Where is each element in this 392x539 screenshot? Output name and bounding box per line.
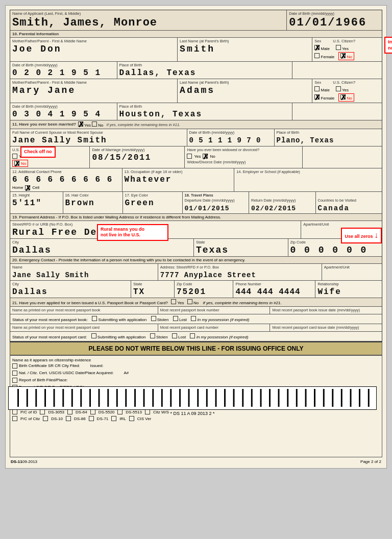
spouse-name-value: Jane Sally Smith [12, 136, 107, 145]
father-no-label: No [347, 55, 352, 59]
married-yes-checkbox[interactable] [78, 121, 83, 127]
apt-label: Apartment/Unit [303, 222, 380, 227]
widowed-yes-label: Yes [194, 154, 201, 159]
emerg-addr-label: Address: Street/RFD # or P.O. Box [160, 265, 320, 270]
emerg-phone-value: 444 444 4444 [235, 287, 300, 297]
emerg-zip-value: 75201 [177, 287, 206, 297]
sex-label-father: Sex [314, 39, 330, 43]
mother-male-checkbox[interactable] [314, 86, 320, 91]
dob-label: Date of Birth (mm/dd/yyyy) [289, 11, 380, 16]
form-date: 09-2013 [22, 459, 37, 464]
passport-if-yes: If yes, complete the remaining items in … [203, 301, 281, 305]
emerg-addr-value: 7777 Anyplace Street [160, 271, 256, 279]
card-lost-checkbox[interactable] [172, 333, 177, 338]
spouse-citizen-yes-checkbox[interactable] [12, 154, 17, 159]
report-row: Report of Birth Filed/Place: [12, 378, 380, 383]
ds86-checkbox[interactable] [66, 416, 71, 421]
book-submitting-checkbox[interactable] [92, 316, 97, 321]
report-label: Report of Birth Filed/Place: [19, 378, 68, 382]
emerg-city-label: City [12, 282, 129, 286]
q13-label: 13. Occupation (if age 16 or older) [125, 169, 232, 174]
passport-yes-checkbox[interactable] [171, 299, 176, 304]
father-first-name: Joe Don [12, 44, 62, 54]
card-submitting-checkbox[interactable] [91, 333, 96, 338]
spouse-pob-label: Place of Birth [277, 130, 380, 135]
emerg-rel-value: Wife [317, 287, 341, 297]
dom-value: 08/15/2011 [92, 153, 151, 162]
birth-cert-checkbox[interactable] [12, 363, 17, 369]
spouse-name-label: Full Name of Current Spouse or Most Rece… [12, 130, 185, 135]
form-footer: DS-11 09-2013 Page 2 of 2 [10, 459, 382, 464]
mother-no-label: No [347, 96, 352, 101]
spouse-citizen-no-checkbox[interactable] [14, 161, 19, 166]
mother-male-label: Male [321, 88, 330, 92]
father-yes-label: Yes [342, 46, 349, 51]
countries-value: Canada [318, 204, 350, 212]
q19-header: 19. Permanent Address - If P.O. Box is l… [10, 214, 382, 221]
emerg-state-label: State [133, 282, 172, 286]
mother-citizen-yes-checkbox[interactable] [336, 86, 341, 91]
father-citizen-no-checkbox[interactable] [340, 53, 346, 58]
citizen-label-father: U.S. Citizen? [333, 39, 355, 43]
father-dob-value: 0 2 0 2 1 9 5 1 [12, 68, 101, 78]
ds71-checkbox[interactable] [89, 416, 94, 421]
book-date-label: Most recent passport book issue date (mm… [272, 308, 380, 312]
emerg-state-value: TX [133, 287, 145, 297]
dom-label: Date of Marriage (mm/dd/yyyy) [92, 148, 182, 152]
work-checkbox[interactable] [25, 185, 30, 190]
married-no-checkbox[interactable] [92, 121, 97, 127]
applicant-name-label: Name of Applicant (Last, First, & Middle… [12, 11, 284, 16]
book-stolen-checkbox[interactable] [151, 316, 156, 321]
father-male-checkbox[interactable] [314, 45, 320, 50]
height-value: 5'11" [12, 199, 42, 208]
nat-cit-checkbox[interactable] [12, 371, 17, 376]
mother-female-label: Female [321, 96, 335, 101]
book-lost-checkbox[interactable] [173, 316, 178, 321]
mother-name-label: Mother/Father/Parent - First & Middle Na… [12, 80, 175, 85]
cis-ver-checkbox[interactable] [129, 416, 134, 421]
emerg-name-label: Name [12, 265, 156, 270]
annotation-zeros: Use all zeros ↓ [341, 228, 382, 243]
report-checkbox[interactable] [12, 378, 17, 383]
citizenship-label: Name as it appears on citizenship eviden… [12, 358, 380, 362]
pic-citz-checkbox[interactable] [12, 416, 17, 421]
father-pob-value: Dallas, Texas [119, 68, 197, 78]
passport-no-checkbox[interactable] [187, 299, 192, 304]
mother-female-checkbox[interactable] [314, 94, 320, 100]
card-possession-checkbox[interactable] [190, 333, 195, 338]
cell-label: Cell [32, 185, 39, 190]
widowed-no-checkbox[interactable] [203, 154, 208, 159]
spouse-pob-value: Plano, Texas [277, 136, 334, 144]
widowed-no-label: No [210, 154, 215, 159]
q17-label: 17. Eye Color [125, 193, 180, 198]
q12-phone: 6 6 6 6 6 6 6 6 6 [12, 175, 113, 184]
father-dob-label: Date of Birth (mm/dd/yyyy) [12, 63, 115, 67]
mother-yes-label: Yes [342, 88, 349, 92]
emerg-phone-label: Phone Number [235, 282, 313, 286]
emerg-name-value: Jane Sally Smith [12, 271, 89, 279]
father-citizen-yes-checkbox[interactable] [336, 45, 341, 50]
emerg-apt-label: Apartment/Unit [324, 265, 380, 270]
spouse-dob-label: Date of Birth (mm/dd/yyyy) [189, 130, 272, 135]
mother-citizen-no-checkbox[interactable] [340, 94, 346, 100]
widowed-yes-checkbox[interactable] [187, 154, 192, 159]
father-male-label: Male [321, 46, 330, 51]
ds10-checkbox[interactable] [43, 416, 48, 421]
mother-pob-value: Houston, Texas [119, 110, 202, 119]
card-stolen-checkbox[interactable] [150, 333, 155, 338]
q11-no-label: No [92, 121, 103, 128]
emerg-rel-label: Relationship [317, 282, 380, 286]
irl-checkbox[interactable] [111, 416, 116, 421]
father-female-checkbox[interactable] [314, 53, 320, 58]
annotation-important: Important to check off no to U.S. Citize… [384, 37, 392, 54]
barcode-text: * DS 11 A 09 2013 2 * [8, 411, 377, 416]
mother-dob-label: Date of Birth (mm/dd/yyyy) [12, 104, 115, 109]
mother-father-label: Mother/Father/Parent - First & Middle Na… [12, 39, 175, 43]
addr-city-value: Dallas [12, 245, 52, 255]
q20-header: 20. Emergency Contact - Provide the info… [10, 257, 382, 264]
annotation-rural: Rural means you do not live in the U.S. [97, 224, 168, 241]
card-status-row: Status of your most recent passport card… [10, 332, 382, 341]
countries-label: Countries to be Visited [318, 198, 380, 203]
book-possession-checkbox[interactable] [191, 316, 196, 321]
office-section: Name as it appears on citizenship eviden… [10, 355, 382, 457]
